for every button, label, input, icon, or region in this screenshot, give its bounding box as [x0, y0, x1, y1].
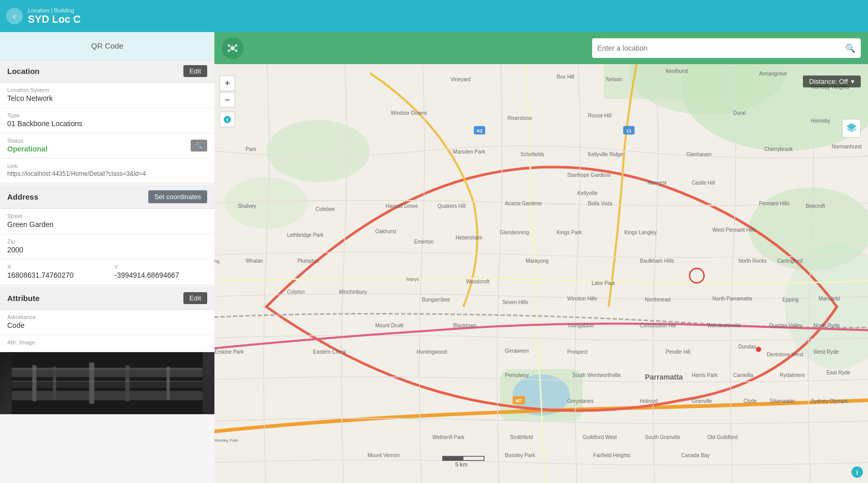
svg-text:Silverwater: Silverwater: [769, 398, 795, 404]
svg-text:Rouse Hill: Rouse Hill: [588, 113, 612, 118]
svg-text:West Ryde: West Ryde: [814, 349, 839, 355]
link-label: Link: [7, 163, 207, 169]
svg-text:Nelson: Nelson: [606, 77, 622, 82]
svg-text:Seven Hills: Seven Hills: [502, 299, 528, 305]
svg-point-30: [225, 177, 308, 229]
attr-image: [0, 352, 214, 414]
svg-rect-5: [53, 367, 56, 400]
zip-label: Zip: [7, 238, 207, 245]
x-value: 16808631.74760270: [7, 271, 100, 279]
link-value[interactable]: https://localhost:44351/Home/Detail?clas…: [7, 170, 207, 177]
location-system-field: Location System Telco Network: [0, 83, 214, 108]
type-label: Type: [7, 112, 207, 118]
svg-text:Marys: Marys: [406, 277, 419, 282]
svg-text:Hornsby: Hornsby: [811, 118, 830, 124]
svg-text:Annangrove: Annangrove: [759, 71, 787, 77]
svg-point-15: [235, 50, 238, 52]
svg-text:Kellyville: Kellyville: [578, 190, 598, 196]
svg-text:Bella Vista: Bella Vista: [588, 201, 613, 206]
layers-icon: [845, 122, 858, 134]
svg-text:Quakers Hill: Quakers Hill: [438, 204, 466, 209]
svg-text:Glendenning: Glendenning: [500, 230, 529, 235]
svg-text:Marsden Park: Marsden Park: [453, 149, 486, 155]
admittance-label: Admittance: [7, 314, 207, 320]
map-info-tool-button[interactable]: i: [220, 112, 235, 127]
svg-text:Shalvey: Shalvey: [238, 204, 256, 209]
layers-icon-button[interactable]: [842, 119, 861, 138]
svg-text:Dundas Valley: Dundas Valley: [769, 323, 802, 328]
distance-chevron-icon: ▾: [851, 78, 855, 85]
address-section: Address Set coordinates Street Green Gar…: [0, 185, 214, 285]
svg-text:Minchinbury: Minchinbury: [339, 289, 367, 295]
svg-text:Whalan: Whalan: [245, 258, 263, 264]
y-label: Y: [115, 264, 208, 270]
svg-text:Castle Hill: Castle Hill: [692, 180, 715, 186]
location-section-title: Location: [7, 67, 40, 76]
qr-label: QR Code: [91, 41, 123, 50]
status-wrench-button[interactable]: 🔧: [191, 140, 207, 152]
svg-text:Pemulwuy: Pemulwuy: [505, 372, 529, 378]
svg-text:Blacktown: Blacktown: [453, 323, 477, 328]
svg-text:Clyde: Clyde: [743, 398, 757, 404]
map-network-icon-button[interactable]: [222, 37, 243, 59]
svg-text:Carlingford: Carlingford: [777, 258, 802, 264]
attribute-edit-button[interactable]: Edit: [183, 292, 207, 304]
network-icon: [227, 42, 238, 54]
link-field: Link https://localhost:44351/Home/Detail…: [0, 159, 214, 183]
map-info-button[interactable]: i: [851, 466, 863, 478]
svg-text:Lethbridge Park: Lethbridge Park: [287, 232, 324, 238]
svg-marker-23: [846, 126, 857, 132]
svg-text:Canada Bay: Canada Bay: [681, 452, 710, 458]
location-section: Location Edit Location System Telco Netw…: [0, 60, 214, 183]
svg-text:Epping: Epping: [782, 297, 798, 303]
svg-text:Greystanes: Greystanes: [567, 398, 594, 404]
svg-text:Sydney Olympic: Sydney Olympic: [811, 398, 848, 404]
qr-section[interactable]: QR Code: [0, 32, 214, 60]
location-section-header: Location Edit: [0, 60, 214, 83]
svg-text:Beecroft: Beecroft: [806, 204, 826, 209]
admittance-value: Code: [7, 321, 207, 329]
set-coordinates-button[interactable]: Set coordinates: [148, 190, 207, 203]
back-button[interactable]: ‹: [6, 8, 23, 24]
svg-text:Schofields: Schofields: [520, 152, 544, 157]
svg-text:Huntingwood: Huntingwood: [417, 349, 447, 355]
back-icon: ‹: [13, 11, 16, 22]
svg-text:Horsley Park: Horsley Park: [214, 438, 239, 443]
svg-text:Parramatta: Parramatta: [645, 373, 683, 381]
svg-text:Northmead: Northmead: [645, 297, 671, 303]
svg-text:Colyton: Colyton: [287, 289, 305, 295]
status-field: Status Operational 🔧: [0, 133, 214, 159]
svg-point-14: [228, 50, 230, 52]
address-section-title: Address: [7, 192, 38, 201]
svg-text:Erskine Park: Erskine Park: [214, 349, 244, 355]
location-edit-button[interactable]: Edit: [183, 65, 207, 77]
svg-text:Mount Druitt: Mount Druitt: [375, 323, 404, 328]
map-search-box[interactable]: 🔍: [592, 38, 861, 58]
svg-rect-144: [443, 456, 463, 460]
sidebar: QR Code Location Edit Location System Te…: [0, 32, 214, 483]
svg-text:Norwest: Norwest: [647, 180, 667, 186]
svg-text:Acacia Gardens: Acacia Gardens: [505, 201, 541, 206]
svg-text:Fairfield Heights: Fairfield Heights: [593, 452, 630, 458]
svg-text:A2: A2: [476, 128, 483, 133]
svg-point-12: [228, 44, 230, 47]
svg-text:Guildford West: Guildford West: [583, 434, 617, 440]
zip-field: Zip 2000: [0, 234, 214, 260]
zoom-out-button[interactable]: −: [220, 92, 235, 108]
svg-rect-4: [33, 365, 37, 401]
zoom-in-button[interactable]: +: [220, 76, 235, 91]
svg-text:Dundas: Dundas: [738, 344, 756, 350]
svg-point-29: [266, 120, 370, 182]
status-label: Status: [7, 138, 48, 144]
admittance-field: Admittance Code: [0, 310, 214, 335]
svg-text:North Parramatta: North Parramatta: [712, 296, 752, 301]
status-value: Operational: [7, 145, 48, 153]
svg-text:Wentworthville: Wentworthville: [707, 323, 741, 328]
svg-text:South Wentworthville: South Wentworthville: [572, 372, 621, 378]
distance-badge[interactable]: Distance: Off ▾: [803, 76, 861, 87]
svg-text:Colebee: Colebee: [316, 206, 335, 212]
map-toolbar: 🔍: [214, 32, 868, 64]
svg-rect-7: [126, 365, 130, 401]
svg-text:Bossley Park: Bossley Park: [505, 452, 535, 458]
location-search-input[interactable]: [597, 44, 845, 52]
